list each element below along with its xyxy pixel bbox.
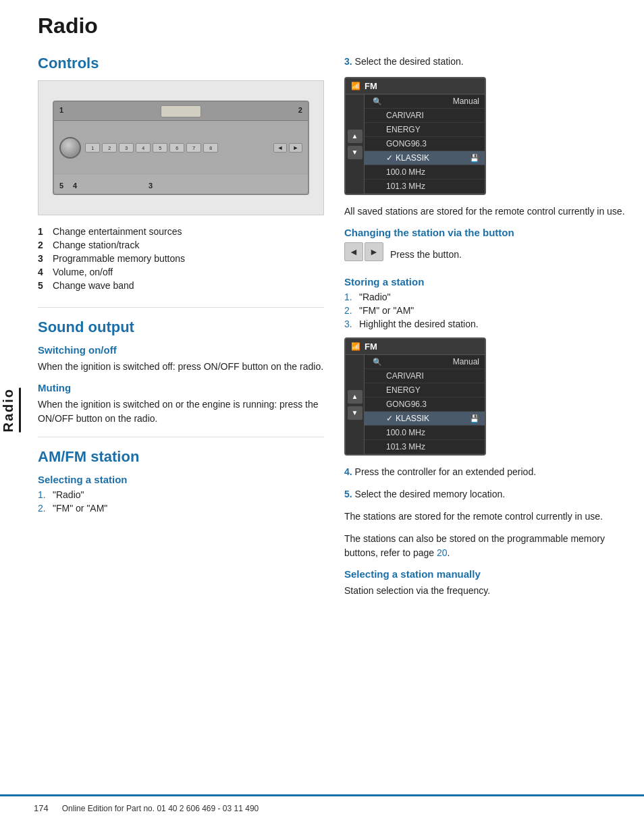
arrow-left-btn[interactable]: ◄ (344, 242, 363, 261)
arrow-right-btn[interactable]: ► (365, 242, 383, 261)
preset-buttons: 1 2 3 4 5 6 7 8 (85, 143, 269, 153)
fm-label-klassik-2: KLASSIK (396, 414, 429, 423)
controls-item-3: 3 Programmable memory buttons (38, 253, 324, 264)
selecting-item-1: 1. "Radio" (38, 489, 324, 500)
divider-1 (38, 307, 324, 308)
controls-item-4: 4 Volume, on/off (38, 267, 324, 277)
fm-nav-down-2: ▼ (348, 406, 363, 420)
fm-label-energy-2: ENERGY (386, 385, 421, 395)
storing-text-2: "FM" or "AM" (359, 305, 414, 316)
step5-label: Select the desired memory location. (355, 489, 506, 499)
controls-list: 1 Change entertainment sources 2 Change … (38, 226, 324, 291)
stored-text2: The stations can also be stored on the p… (344, 532, 630, 560)
ctrl-text-4: Volume, on/off (53, 267, 113, 277)
fm-item-gong-2: GONG96.3 (365, 398, 485, 412)
nav-btn-right: ► (289, 143, 302, 153)
page-title: Radio (38, 13, 630, 38)
fm-item-101-1: 101.3 MHz (365, 180, 485, 194)
fm-label-101-2: 101.3 MHz (386, 442, 425, 452)
footer-page-number: 174 (34, 803, 49, 813)
ctrl-text-3: Programmable memory buttons (53, 253, 185, 264)
stored-text1: The stations are stored for the remote c… (344, 510, 630, 524)
label-5: 5 (59, 182, 63, 190)
step5-text: 5. Select the desired memory location. (344, 487, 630, 501)
fm-search-icon-1: 🔍 (373, 97, 382, 106)
fm-header-1: 📶 FM (346, 78, 485, 94)
ctrl-num-3: 3 (38, 253, 49, 264)
fm-title-2: FM (365, 341, 377, 352)
fm-item-manual-1: 🔍 Manual (365, 94, 485, 109)
side-tab: Radio (0, 0, 22, 820)
fm-nav-down-1: ▼ (348, 146, 363, 159)
ctrl-num-2: 2 (38, 240, 49, 250)
preset-btn-1: 1 (85, 143, 100, 153)
changing-heading: Changing the station via the button (344, 227, 630, 238)
nav-buttons: ◄ ► (273, 143, 302, 153)
fm-item-klassik-1: ✓KLASSIK 💾 (365, 151, 485, 165)
selecting-text-1: "Radio" (53, 489, 84, 500)
fm-label-carivari-1: CARIVARI (386, 111, 424, 120)
fm-label-manual-2: Manual (453, 357, 479, 366)
page-link[interactable]: 20 (437, 547, 448, 558)
selecting-item-2: 2. "FM" or "AM" (38, 503, 324, 514)
fm-item-100-1: 100.0 MHz (365, 165, 485, 180)
nav-btn-left: ◄ (273, 143, 287, 153)
switching-heading: Switching on/off (38, 344, 324, 356)
storing-num-2: 2. (344, 305, 355, 316)
fm-screen-1: 📶 FM ▲ ▼ 🔍 Manual CARIVARI (344, 77, 486, 195)
footer-text: Online Edition for Part no. 01 40 2 606 … (62, 804, 259, 813)
preset-btn-5: 5 (153, 143, 167, 153)
ctrl-text-1: Change entertainment sources (53, 226, 182, 237)
label-3: 3 (149, 182, 153, 190)
saved-text: All saved stations are stored for the re… (344, 204, 630, 219)
press-text: Press the button. (390, 249, 462, 260)
fm-label-carivari-2: CARIVARI (386, 371, 424, 381)
fm-nav-up-1: ▲ (348, 130, 363, 143)
fm-signal-icon-2: 📶 (351, 342, 360, 351)
fm-label-100-2: 100.0 MHz (386, 428, 425, 437)
fm-search-icon-2: 🔍 (373, 358, 382, 366)
preset-btn-2: 2 (102, 143, 117, 153)
amfm-heading: AM/FM station (38, 448, 324, 466)
storing-text-1: "Radio" (359, 292, 391, 302)
switching-text: When the ignition is switched off: press… (38, 360, 324, 374)
fm-item-100-2: 100.0 MHz (365, 426, 485, 440)
selecting-heading: Selecting a station (38, 474, 324, 485)
selecting-text-2: "FM" or "AM" (53, 503, 107, 514)
preset-btn-3: 3 (119, 143, 134, 153)
muting-heading: Muting (38, 382, 324, 393)
muting-text: When the ignition is switched on or the … (38, 398, 324, 426)
main-content: Radio Controls 1 2 (24, 0, 644, 633)
fm-label-gong-1: GONG96.3 (386, 139, 427, 148)
fm-item-gong-1: GONG96.3 (365, 137, 485, 151)
ctrl-text-5: Change wave band (53, 280, 134, 291)
step5-num: 5. (344, 489, 352, 499)
fm-title-1: FM (365, 81, 377, 91)
step3-num: 3. (344, 56, 352, 67)
fm-body-2: ▲ ▼ 🔍 Manual CARIVARI ENERGY (346, 355, 485, 454)
storing-heading: Storing a station (344, 276, 630, 288)
selecting-manually-text: Station selection via the frequency. (344, 584, 630, 598)
fm-nav-col-1: ▲ ▼ (346, 94, 365, 194)
step4-num: 4. (344, 466, 352, 477)
radio-display (161, 105, 201, 117)
fm-item-energy-1: ENERGY (365, 123, 485, 137)
label-2: 2 (298, 106, 302, 114)
fm-check-1: ✓ (386, 153, 393, 163)
fm-nav-col-2: ▲ ▼ (346, 355, 365, 454)
selecting-num-1: 1. (38, 489, 49, 500)
ctrl-num-1: 1 (38, 226, 49, 237)
ctrl-num-4: 4 (38, 267, 49, 277)
fm-header-2: 📶 FM (346, 339, 485, 355)
fm-item-manual-2: 🔍 Manual (365, 355, 485, 369)
left-column: Controls 1 2 1 (38, 55, 324, 606)
divider-2 (38, 437, 324, 437)
fm-save-icon-2: 💾 (470, 414, 479, 423)
controls-item-1: 1 Change entertainment sources (38, 226, 324, 237)
selecting-manually-heading: Selecting a station manually (344, 568, 630, 580)
fm-label-101-1: 101.3 MHz (386, 182, 425, 191)
radio-top-strip: 1 2 (54, 102, 308, 121)
fm-label-100-1: 100.0 MHz (386, 167, 425, 177)
selecting-num-2: 2. (38, 503, 49, 514)
step4-text: 4. Press the controller for an extended … (344, 465, 630, 479)
